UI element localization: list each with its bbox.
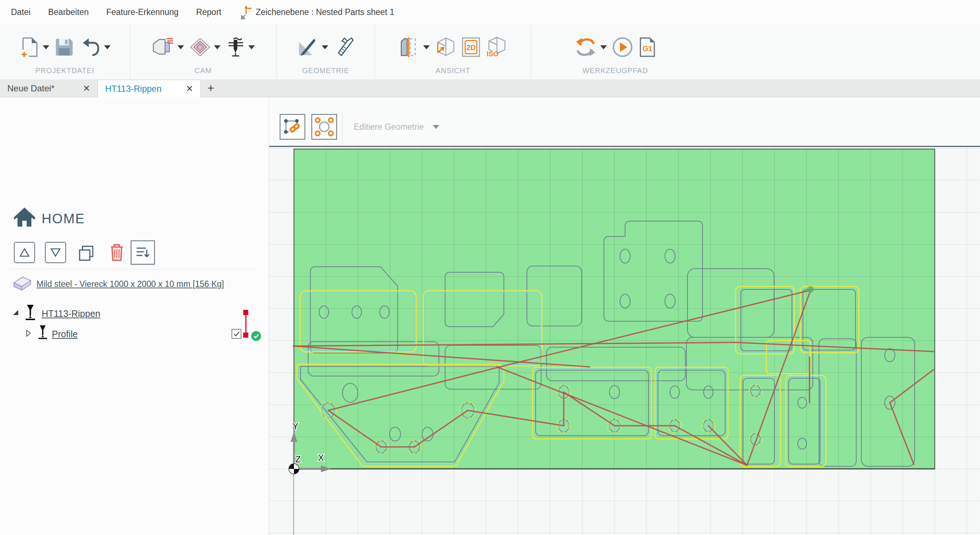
undo-caret[interactable] bbox=[104, 45, 111, 50]
ribbon-group-geometrie: GEOMETRIE bbox=[277, 24, 375, 79]
material-link[interactable]: Mild steel - Viereck 1000 x 2000 x 10 mm… bbox=[37, 279, 224, 289]
cam-tool-caret[interactable] bbox=[248, 45, 255, 50]
svg-text:G1: G1 bbox=[643, 45, 652, 53]
ribbon-group-label: ANSICHT bbox=[375, 67, 531, 79]
delete-button[interactable] bbox=[109, 243, 125, 263]
select-points-button[interactable] bbox=[312, 114, 337, 140]
viewport-pane: Editiere Geometrie YXZ bbox=[269, 97, 980, 535]
chain-link-icon bbox=[283, 117, 302, 136]
tree-item-ht113-rippen[interactable]: HT113-Rippen bbox=[41, 308, 100, 319]
play-icon bbox=[612, 37, 633, 58]
cam-tool-button[interactable] bbox=[226, 36, 255, 58]
cam-pocket-icon bbox=[189, 37, 211, 57]
sort-operations-button[interactable] bbox=[131, 240, 155, 265]
duplicate-button[interactable] bbox=[77, 244, 95, 263]
save-icon bbox=[54, 37, 74, 57]
cam-tool-icon bbox=[226, 36, 245, 58]
toolpath-start-dot bbox=[807, 286, 814, 293]
tab-close-icon[interactable]: ✕ bbox=[175, 84, 193, 94]
section-view-icon bbox=[399, 37, 420, 58]
recalculate-icon bbox=[574, 37, 597, 58]
tab-close-icon[interactable]: ✕ bbox=[72, 83, 90, 94]
section-view-button[interactable] bbox=[399, 37, 430, 58]
tree-expand-icon[interactable] bbox=[13, 309, 19, 316]
new-file-button[interactable] bbox=[19, 36, 49, 59]
edit-geometry-label: Editiere Geometrie bbox=[354, 122, 424, 132]
view-orientation-button[interactable] bbox=[435, 37, 456, 58]
tree-item-profile[interactable]: Profile bbox=[52, 329, 78, 340]
cam-pocket-button[interactable] bbox=[189, 37, 221, 57]
view-iso-button[interactable]: ISO bbox=[486, 37, 507, 58]
menu-bar: Datei Bearbeiten Feature-Erkennung Repor… bbox=[0, 0, 980, 24]
origin-ball bbox=[289, 464, 299, 474]
measure-caliper-icon bbox=[333, 37, 355, 58]
tab-ht113-rippen[interactable]: HT113-Rippen ✕ bbox=[97, 80, 201, 97]
new-file-icon bbox=[19, 36, 40, 59]
document-tabs: Neue Datei* ✕ HT113-Rippen ✕ + bbox=[0, 80, 980, 97]
cam-machine-caret[interactable] bbox=[177, 45, 184, 50]
section-view-caret[interactable] bbox=[423, 45, 430, 50]
tab-label: Neue Datei* bbox=[7, 83, 54, 94]
new-file-caret[interactable] bbox=[43, 45, 49, 50]
ribbon-group-label: CAM bbox=[130, 67, 277, 79]
tab-neue-datei[interactable]: Neue Datei* ✕ bbox=[0, 80, 97, 97]
menu-feature-erkennung[interactable]: Feature-Erkennung bbox=[97, 7, 187, 17]
measure-button[interactable] bbox=[333, 37, 355, 58]
view-cube-arrow-icon bbox=[435, 37, 456, 58]
nesting-canvas[interactable]: YXZ bbox=[269, 146, 980, 535]
view-2d-button[interactable]: 2D bbox=[461, 37, 481, 58]
menu-datei[interactable]: Datei bbox=[11, 7, 40, 17]
ribbon-group-label: PROJEKTDATEI bbox=[0, 67, 130, 79]
trash-icon bbox=[109, 243, 125, 262]
chain-geometry-button[interactable] bbox=[280, 114, 305, 140]
chevron-down-icon bbox=[433, 125, 439, 129]
simulate-button[interactable] bbox=[612, 37, 633, 58]
tree-collapse-icon[interactable] bbox=[25, 330, 32, 337]
cam-machine-button[interactable] bbox=[152, 37, 184, 58]
menu-report[interactable]: Report bbox=[187, 7, 230, 17]
profile-visible-checkbox[interactable] bbox=[231, 329, 241, 339]
plane-label: Zeichenebene : Nested Parts sheet 1 bbox=[256, 7, 395, 17]
nesting-drawing[interactable]: YXZ bbox=[269, 147, 980, 535]
view-iso-icon: ISO bbox=[486, 37, 507, 58]
svg-text:2D: 2D bbox=[466, 43, 476, 51]
sidebar: HOME bbox=[0, 97, 269, 535]
laser-head-icon bbox=[37, 324, 49, 340]
material-slab-icon bbox=[10, 275, 33, 292]
g1-file-icon: G1 bbox=[638, 37, 657, 58]
draw-geometry-caret[interactable] bbox=[322, 45, 328, 50]
tab-label: HT113-Rippen bbox=[105, 84, 161, 94]
recalculate-caret[interactable] bbox=[600, 45, 607, 50]
cam-pocket-caret[interactable] bbox=[214, 45, 221, 50]
y-axis-label: Y bbox=[293, 422, 298, 431]
z-axis-label: Z bbox=[295, 454, 301, 464]
toolbar-divider bbox=[342, 110, 342, 145]
menu-bearbeiten[interactable]: Bearbeiten bbox=[40, 7, 97, 17]
toolpath-marker-line bbox=[245, 315, 247, 335]
ribbon-group-cam: CAM bbox=[130, 24, 277, 79]
sort-icon bbox=[135, 245, 150, 260]
edit-geometry-dropdown[interactable]: Editiere Geometrie bbox=[354, 122, 439, 132]
save-button[interactable] bbox=[54, 37, 74, 57]
ribbon-group-projektdatei: PROJEKTDATEI bbox=[0, 24, 130, 79]
profile-ok-badge bbox=[251, 331, 261, 341]
drawing-plane-selector[interactable]: Zeichenebene : Nested Parts sheet 1 bbox=[240, 5, 395, 19]
undo-icon bbox=[79, 37, 101, 57]
ribbon: PROJEKTDATEI bbox=[0, 24, 980, 80]
canvas-toolbar: Editiere Geometrie bbox=[269, 97, 980, 146]
draw-geometry-button[interactable] bbox=[297, 37, 328, 57]
points-circle-icon bbox=[315, 117, 334, 136]
ribbon-group-ansicht: 2D ISO ANSICHT bbox=[375, 24, 531, 79]
ribbon-group-label: WERKZEUGPFAD bbox=[531, 67, 699, 79]
undo-button[interactable] bbox=[79, 37, 111, 57]
move-up-button[interactable] bbox=[14, 242, 35, 263]
recalculate-toolpath-button[interactable] bbox=[574, 37, 607, 58]
svg-text:ISO: ISO bbox=[486, 50, 498, 58]
toolpath-marker-start[interactable] bbox=[243, 310, 248, 315]
toolpath-marker-end[interactable] bbox=[243, 332, 248, 338]
laser-head-icon bbox=[23, 304, 37, 322]
new-tab-button[interactable]: + bbox=[201, 80, 221, 97]
x-axis-label: X bbox=[318, 453, 324, 463]
gcode-export-button[interactable]: G1 bbox=[638, 37, 657, 58]
move-down-button[interactable] bbox=[45, 242, 66, 263]
